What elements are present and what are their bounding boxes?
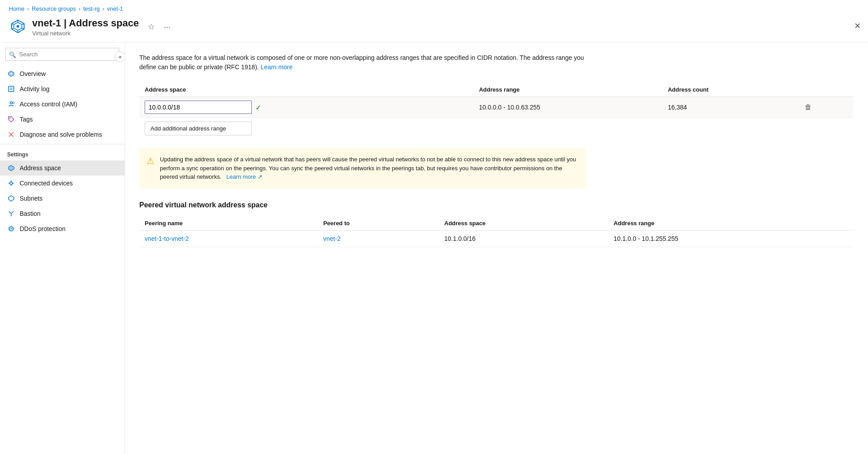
page-title: vnet-1 | Address space [32,17,139,29]
sidebar-item-label-access-control: Access control (IAM) [20,101,77,108]
main-container: Home › Resource groups › test-rg › vnet-… [0,0,868,454]
activity-log-icon [7,85,15,93]
warning-icon: ⚠ [146,156,154,181]
peered-address-space-cell: 10.1.0.0/16 [439,230,608,247]
sidebar-item-label-overview: Overview [20,70,46,77]
peered-to-link[interactable]: vnet-2 [323,235,341,242]
svg-point-16 [13,102,14,104]
ddos-icon: 🛡 [7,225,15,233]
sidebar-item-label-connected-devices: Connected devices [20,180,73,187]
peered-table: Peering name Peered to Address space Add… [139,216,854,247]
peered-address-range-cell: 10.1.0.0 - 10.1.255.255 [608,230,854,247]
breadcrumb-vnet[interactable]: vnet-1 [107,5,123,12]
sidebar-item-ddos[interactable]: 🛡 DDoS protection [0,221,125,236]
settings-section-header: Settings [0,146,125,160]
connected-devices-icon [7,179,15,187]
sidebar-search-container: 🔍 « [5,48,119,61]
sidebar-item-label-ddos: DDoS protection [20,225,66,232]
col-header-address-space: Address space [139,83,474,97]
vnet-icon [9,17,27,35]
sidebar-item-label-address-space: Address space [20,164,61,172]
add-address-range-button[interactable]: Add additional address range [145,122,252,135]
col-header-address-count: Address count [663,83,797,97]
peered-col-peered-to: Peered to [318,216,439,231]
access-control-icon [7,100,15,108]
peered-col-address-space: Address space [439,216,608,231]
peered-col-address-range: Address range [608,216,854,231]
collapse-sidebar-button[interactable]: « [115,51,125,62]
cidr-input-container: ✓ [145,101,468,114]
check-icon: ✓ [255,103,261,112]
svg-marker-11 [10,72,13,75]
tags-icon [7,115,15,123]
sidebar-item-overview[interactable]: Overview [0,66,125,81]
peered-section-title: Peered virtual network address space [139,201,854,209]
more-options-button[interactable]: ··· [162,21,172,34]
sidebar-item-label-subnets: Subnets [20,195,42,202]
header-actions: ☆ ··· [146,20,172,34]
peered-to-cell: vnet-2 [318,230,439,247]
sidebar-item-diagnose[interactable]: Diagnose and solve problems [0,127,125,142]
delete-row-button[interactable]: 🗑 [803,101,814,113]
svg-point-17 [9,118,11,119]
sidebar-item-address-space[interactable]: Address space [0,160,125,176]
table-row: ✓ 10.0.0.0 - 10.0.63.255 16,384 🗑 [139,97,854,118]
peered-table-row: vnet-1-to-vnet-2 vnet-2 10.1.0.0/16 10.1… [139,230,854,247]
content-area: 🔍 « Overview [0,42,868,454]
col-header-address-range: Address range [474,83,663,97]
address-range-cell: 10.0.0.0 - 10.0.63.255 [474,97,663,118]
page-subtitle: Virtual network [32,30,139,37]
svg-rect-12 [8,86,14,92]
address-count-cell: 16,384 [663,97,797,118]
learn-more-link-warning[interactable]: Learn more ↗ [225,173,263,180]
delete-cell: 🗑 [797,97,854,118]
svg-marker-27 [8,196,14,201]
breadcrumb: Home › Resource groups › test-rg › vnet-… [0,0,868,16]
warning-text: Updating the address space of a virtual … [160,155,579,181]
close-button[interactable]: ✕ [854,21,861,31]
svg-point-9 [17,25,19,28]
learn-more-link-top[interactable]: Learn more [261,63,293,71]
svg-line-29 [11,211,13,214]
breadcrumb-test-rg[interactable]: test-rg [83,5,100,12]
favorite-button[interactable]: ☆ [146,20,157,34]
svg-line-28 [9,211,11,214]
search-input[interactable] [5,48,119,61]
sidebar-item-label-bastion: Bastion [20,210,41,217]
description-text: The address space for a virtual network … [139,53,586,72]
sidebar-item-activity-log[interactable]: Activity log [0,81,125,97]
bastion-icon [7,210,15,218]
sidebar-item-tags[interactable]: Tags [0,112,125,127]
cidr-input[interactable] [145,101,252,114]
peering-name-link[interactable]: vnet-1-to-vnet-2 [145,235,189,242]
address-space-cell: ✓ [139,97,474,118]
sidebar-item-bastion[interactable]: Bastion [0,206,125,221]
warning-box: ⚠ Updating the address space of a virtua… [139,148,586,189]
svg-text:🛡: 🛡 [9,227,13,231]
sidebar-item-connected-devices[interactable]: Connected devices [0,176,125,191]
svg-point-15 [10,102,13,104]
svg-marker-10 [8,71,14,76]
sidebar: 🔍 « Overview [0,42,125,454]
sidebar-item-subnets[interactable]: Subnets [0,191,125,206]
sidebar-divider [0,144,125,144]
breadcrumb-resource-groups[interactable]: Resource groups [32,5,76,12]
sidebar-item-access-control[interactable]: Access control (IAM) [0,97,125,112]
diagnose-icon [7,130,15,139]
sidebar-item-label-diagnose: Diagnose and solve problems [20,131,102,138]
breadcrumb-home[interactable]: Home [9,5,25,12]
add-range-row: Add additional address range [139,118,854,139]
address-table: Address space Address range Address coun… [139,83,854,139]
peered-col-peering-name: Peering name [139,216,318,231]
peering-name-cell: vnet-1-to-vnet-2 [139,230,318,247]
subnets-icon [7,194,15,202]
search-icon: 🔍 [9,51,16,58]
add-range-cell: Add additional address range [139,118,854,139]
svg-point-22 [10,182,13,185]
main-content: The address space for a virtual network … [125,42,868,454]
page-title-block: vnet-1 | Address space Virtual network [32,17,139,37]
sidebar-item-label-activity-log: Activity log [20,85,50,92]
sidebar-item-label-tags: Tags [20,116,33,123]
svg-marker-21 [10,167,13,169]
col-header-actions [797,83,854,97]
